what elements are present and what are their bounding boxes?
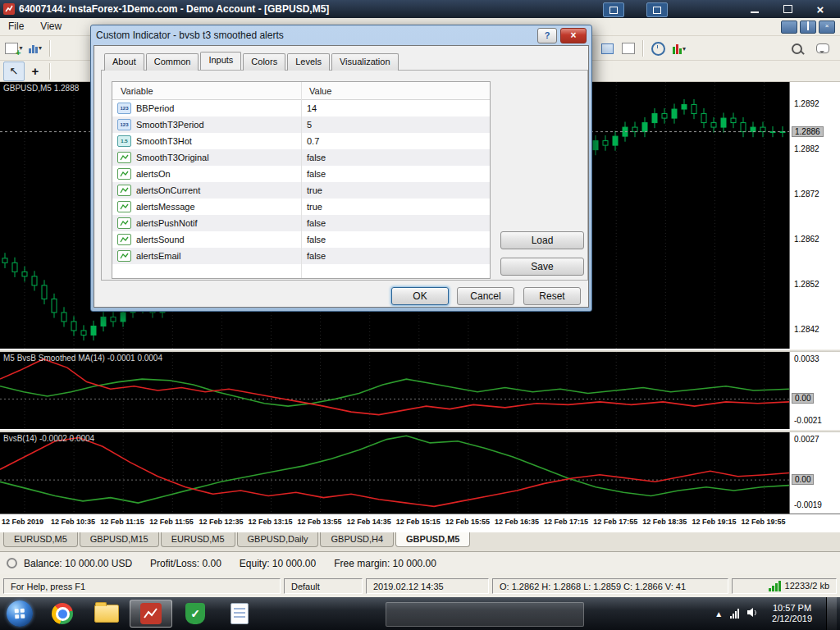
indicator-scale-label: -0.0021 (794, 416, 822, 425)
param-value-cell[interactable]: false (301, 251, 490, 261)
taskbar-mt4-button[interactable] (130, 600, 172, 628)
dialog-tab-visualization[interactable]: Visualization (331, 53, 399, 71)
child-restore-button[interactable] (800, 21, 816, 34)
param-value-cell[interactable]: true (301, 202, 490, 212)
taskbar-clock[interactable]: 10:57 PM 2/12/2019 (772, 603, 812, 624)
start-button[interactable] (7, 600, 33, 627)
save-button[interactable]: Save (500, 258, 584, 276)
equity-text: Equity: 10 000.00 (240, 558, 316, 569)
cursor-tool-button[interactable]: ↖ (3, 62, 25, 81)
chart-tab[interactable]: GBPUSD,M5 (395, 532, 470, 547)
price-scale[interactable]: 1.28921.28861.28821.28721.28621.28521.28… (789, 82, 840, 349)
param-value-cell[interactable]: 5 (301, 120, 490, 130)
titlebar-extra-button-2[interactable] (646, 2, 668, 17)
mt4-application-window: 64007144: InstaForex-1Demo.com - Demo Ac… (0, 0, 840, 630)
clock-time: 10:57 PM (772, 603, 812, 614)
chart-tab[interactable]: EURUSD,M5 (3, 532, 78, 547)
dialog-titlebar[interactable]: Custom Indicator - bvsb t3 smoothed aler… (94, 25, 589, 45)
custom-indicator-dialog: Custom Indicator - bvsb t3 smoothed aler… (90, 25, 592, 312)
data-window-button[interactable] (596, 39, 618, 58)
indicators-button[interactable]: ▾ (669, 39, 690, 58)
show-desktop-button[interactable] (826, 597, 837, 630)
titlebar-extra-button-1[interactable] (603, 2, 624, 17)
child-close-button[interactable]: × (819, 21, 835, 34)
taskbar-antivirus-button[interactable]: ✓ (174, 600, 217, 628)
toolbar-separator (49, 63, 51, 80)
price-label: 1.2892 (794, 99, 819, 108)
navigator-button[interactable] (618, 39, 639, 58)
param-value-cell[interactable]: 14 (301, 103, 490, 113)
tray-expand-button[interactable]: ▲ (714, 609, 723, 619)
chart-tab[interactable]: EURUSD,M5 (161, 532, 235, 547)
network-icon[interactable] (730, 609, 739, 619)
period-clock-button[interactable] (647, 39, 669, 58)
profile-name[interactable]: Default (284, 578, 363, 594)
status-bar: For Help, press F1 Default 2019.02.12 14… (0, 574, 840, 597)
chart-tab[interactable]: GBPUSD,Daily (237, 532, 319, 547)
windows-flag-icon (14, 608, 25, 619)
dialog-tab-about[interactable]: About (104, 53, 144, 71)
time-axis-label: 12 Feb 11:55 (149, 518, 194, 526)
restore-button[interactable] (771, 2, 804, 16)
time-axis[interactable]: 12 Feb 201912 Feb 10:3512 Feb 11:1512 Fe… (0, 514, 840, 532)
param-value-cell[interactable]: false (301, 153, 490, 162)
window-title: 64007144: InstaForex-1Demo.com - Demo Ac… (19, 3, 329, 15)
param-name-cell: alertsOn (112, 168, 301, 180)
dialog-tab-colors[interactable]: Colors (243, 53, 285, 71)
dialog-close-button[interactable]: × (560, 28, 587, 43)
volume-icon[interactable] (746, 606, 758, 621)
param-value-cell[interactable]: false (301, 218, 490, 228)
dialog-tab-inputs[interactable]: Inputs (200, 52, 241, 70)
minimize-icon (751, 11, 759, 13)
clock-date: 2/12/2019 (772, 614, 812, 624)
toolbar-separator (49, 40, 51, 57)
int-param-icon: 123 (117, 103, 131, 114)
time-axis-label: 12 Feb 11:15 (100, 518, 144, 526)
param-value-cell[interactable]: 0.7 (301, 136, 490, 146)
close-button[interactable]: × (804, 2, 837, 16)
chat-button[interactable] (812, 39, 833, 58)
indicator2-scale[interactable]: 0.00270.00-0.0019 (789, 432, 840, 514)
time-axis-label: 12 Feb 13:15 (249, 518, 293, 526)
cancel-button[interactable]: Cancel (457, 287, 514, 305)
balance-text: Balance: 10 000.00 USD (24, 558, 132, 569)
chart-tab[interactable]: GBPUSD,H4 (320, 532, 394, 547)
indicator1-canvas[interactable] (0, 352, 789, 429)
param-value-cell[interactable]: false (301, 169, 490, 179)
taskbar-chrome-button[interactable] (41, 600, 84, 628)
time-axis-label: 12 Feb 17:55 (593, 518, 637, 526)
param-value-cell[interactable]: true (301, 185, 490, 195)
zoom-button[interactable] (786, 39, 807, 58)
param-label: alertsOn (136, 169, 171, 179)
minimize-button[interactable] (738, 2, 771, 16)
indicator-pane-bvsb[interactable]: BvsB(14) -0.0002 0.0004 0.00270.00-0.001… (0, 432, 840, 514)
reset-button[interactable]: Reset (523, 287, 581, 305)
candlestick-icon (673, 43, 682, 54)
crosshair-tool-button[interactable]: + (25, 62, 46, 81)
param-name-cell: 123BBPeriod (112, 103, 301, 114)
inputs-table[interactable]: Variable Value 123BBPeriod14123SmoothT3P… (112, 81, 491, 279)
taskbar-notepad-button[interactable] (218, 600, 261, 628)
new-chart-button[interactable]: + ▾ (3, 39, 25, 58)
traffic-text: 12233/2 kb (785, 578, 829, 594)
load-button[interactable]: Load (500, 231, 584, 249)
taskbar-explorer-button[interactable] (85, 600, 128, 628)
dialog-help-button[interactable]: ? (537, 28, 557, 43)
ok-button[interactable]: OK (391, 287, 449, 305)
child-minimize-button[interactable] (781, 21, 797, 34)
indicator2-canvas[interactable] (0, 432, 789, 514)
dialog-tab-levels[interactable]: Levels (287, 53, 330, 71)
param-name-cell: alertsOnCurrent (112, 185, 301, 196)
column-divider (301, 82, 302, 278)
menu-file[interactable]: File (0, 18, 32, 35)
chart-tab[interactable]: GBPUSD,M15 (80, 532, 159, 547)
chat-icon (816, 43, 829, 53)
profiles-button[interactable]: ▾ (25, 39, 46, 58)
dialog-tab-common[interactable]: Common (146, 53, 199, 71)
indicator-pane-smoothed[interactable]: M5 BvsB Smoothed MA(14) -0.0001 0.0004 0… (0, 352, 840, 429)
price-label: 1.2882 (794, 144, 819, 153)
param-label: BBPeriod (136, 103, 174, 113)
param-value-cell[interactable]: false (301, 235, 490, 244)
indicator1-scale[interactable]: 0.00330.00-0.0021 (789, 352, 840, 429)
menu-view[interactable]: View (32, 18, 70, 35)
